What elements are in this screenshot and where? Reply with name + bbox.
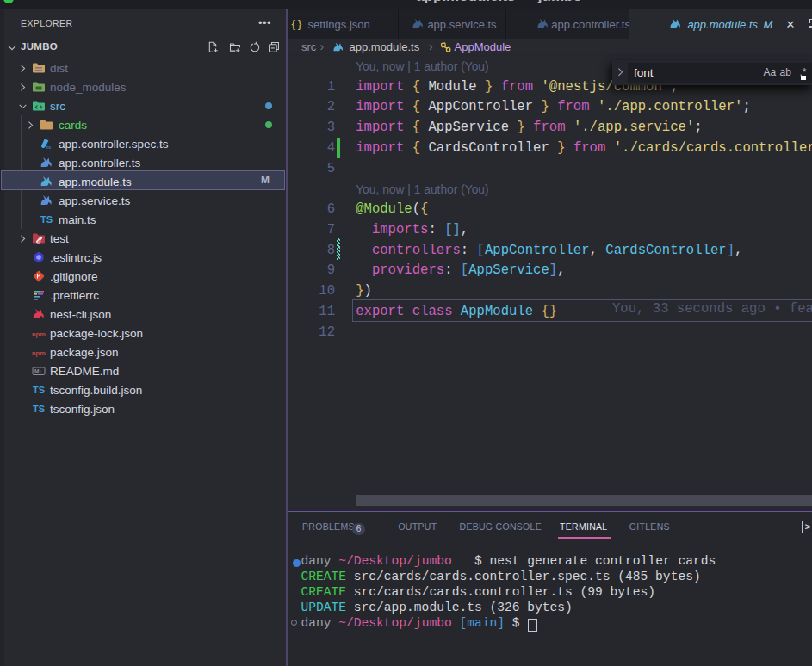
svg-text:npm: npm: [32, 330, 46, 338]
svg-text:M↓: M↓: [34, 368, 42, 374]
svg-text:ts: ts: [46, 145, 52, 150]
svg-text:npm: npm: [32, 349, 46, 357]
svg-text:TS: TS: [33, 404, 45, 414]
svg-text:TS: TS: [33, 385, 45, 395]
svg-text:TS: TS: [40, 214, 53, 225]
